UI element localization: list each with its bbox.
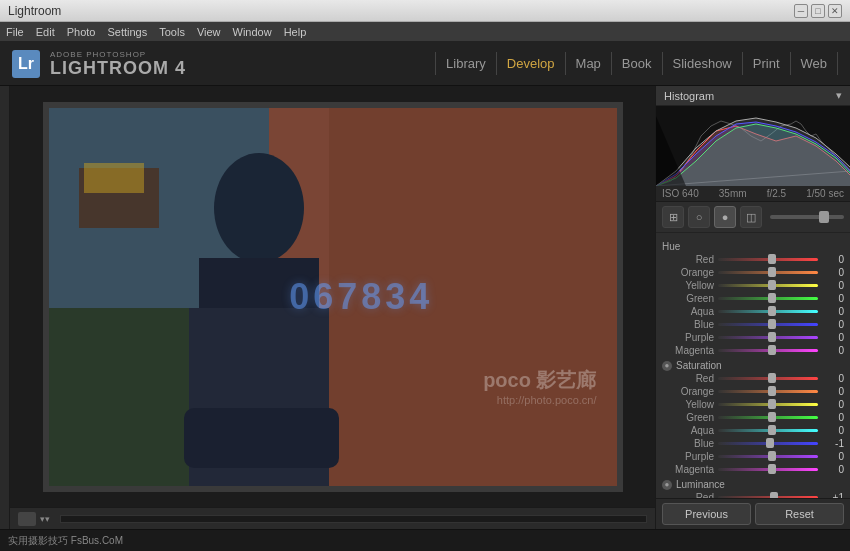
- hue-purple-track[interactable]: [718, 336, 818, 339]
- photo-bottom-bar: ▾▾: [10, 507, 655, 529]
- hue-green-label: Green: [662, 293, 714, 304]
- luminance-label: Luminance: [676, 479, 725, 490]
- hue-magenta-value: 0: [822, 345, 844, 356]
- reset-button[interactable]: Reset: [755, 503, 844, 525]
- module-slideshow[interactable]: Slideshow: [663, 52, 743, 75]
- camera-shutter: 1/50 sec: [806, 188, 844, 199]
- hue-aqua-label: Aqua: [662, 306, 714, 317]
- sat-orange-row: Orange 0: [662, 386, 844, 397]
- camera-aperture: f/2.5: [767, 188, 786, 199]
- main-content: 067834 poco 影艺廊 http://photo.poco.cn/ ▾▾…: [0, 86, 850, 529]
- module-nav: Library Develop Map Book Slideshow Print…: [435, 52, 838, 75]
- module-web[interactable]: Web: [791, 52, 839, 75]
- menu-window[interactable]: Window: [233, 26, 272, 38]
- sat-yellow-value: 0: [822, 399, 844, 410]
- filmstrip-icon[interactable]: [18, 512, 36, 526]
- sat-aqua-row: Aqua 0: [662, 425, 844, 436]
- sat-magenta-track[interactable]: [718, 468, 818, 471]
- hue-sliders: Red 0 Orange 0 Yellow 0 Green 0: [662, 254, 844, 356]
- hue-yellow-track[interactable]: [718, 284, 818, 287]
- saturation-label: Saturation: [676, 360, 722, 371]
- sat-blue-row: Blue -1: [662, 438, 844, 449]
- filmstrip-bar[interactable]: [60, 515, 647, 523]
- hue-red-value: 0: [822, 254, 844, 265]
- sat-blue-label: Blue: [662, 438, 714, 449]
- module-library[interactable]: Library: [435, 52, 497, 75]
- filmstrip-controls: ▾▾: [18, 512, 50, 526]
- bottom-bar: 实用摄影技巧 FsBus.CoM: [0, 529, 850, 551]
- luminance-toggle[interactable]: ●: [662, 480, 672, 490]
- module-develop[interactable]: Develop: [497, 52, 566, 75]
- hue-green-value: 0: [822, 293, 844, 304]
- lr-logo: Lr: [12, 50, 40, 78]
- tool-dot[interactable]: ●: [714, 206, 736, 228]
- hue-green-track[interactable]: [718, 297, 818, 300]
- hue-label: Hue: [662, 241, 680, 252]
- hue-aqua-track[interactable]: [718, 310, 818, 313]
- saturation-toggle[interactable]: ●: [662, 361, 672, 371]
- poco-watermark: poco 影艺廊 http://photo.poco.cn/: [483, 367, 596, 406]
- sat-magenta-label: Magenta: [662, 464, 714, 475]
- histogram-svg: [656, 106, 850, 186]
- sliders-section[interactable]: Hue Red 0 Orange 0 Yellow 0: [656, 233, 850, 498]
- menu-edit[interactable]: Edit: [36, 26, 55, 38]
- top-nav: Lr ADOBE PHOTOSHOP LIGHTROOM 4 Library D…: [0, 42, 850, 86]
- tool-grid[interactable]: ⊞: [662, 206, 684, 228]
- hue-green-row: Green 0: [662, 293, 844, 304]
- sat-green-track[interactable]: [718, 416, 818, 419]
- hue-red-track[interactable]: [718, 258, 818, 261]
- close-button[interactable]: ✕: [828, 4, 842, 18]
- tool-square[interactable]: ◫: [740, 206, 762, 228]
- menu-view[interactable]: View: [197, 26, 221, 38]
- hue-aqua-row: Aqua 0: [662, 306, 844, 317]
- app-title: ADOBE PHOTOSHOP LIGHTROOM 4: [50, 50, 186, 77]
- sat-orange-track[interactable]: [718, 390, 818, 393]
- module-book[interactable]: Book: [612, 52, 663, 75]
- histogram-collapse[interactable]: ▾: [836, 89, 842, 102]
- hue-magenta-row: Magenta 0: [662, 345, 844, 356]
- sat-blue-track[interactable]: [718, 442, 818, 445]
- title-bar: Lightroom ─ □ ✕: [0, 0, 850, 22]
- lum-red-track[interactable]: [718, 496, 818, 498]
- menu-help[interactable]: Help: [284, 26, 307, 38]
- hue-yellow-row: Yellow 0: [662, 280, 844, 291]
- camera-focal: 35mm: [719, 188, 747, 199]
- previous-button[interactable]: Previous: [662, 503, 751, 525]
- sat-yellow-track[interactable]: [718, 403, 818, 406]
- menu-settings[interactable]: Settings: [107, 26, 147, 38]
- hue-purple-row: Purple 0: [662, 332, 844, 343]
- sat-purple-track[interactable]: [718, 455, 818, 458]
- sat-green-value: 0: [822, 412, 844, 423]
- sat-magenta-row: Magenta 0: [662, 464, 844, 475]
- hue-purple-label: Purple: [662, 332, 714, 343]
- module-map[interactable]: Map: [566, 52, 612, 75]
- hue-yellow-value: 0: [822, 280, 844, 291]
- menu-file[interactable]: File: [6, 26, 24, 38]
- hue-blue-label: Blue: [662, 319, 714, 330]
- sat-aqua-track[interactable]: [718, 429, 818, 432]
- module-print[interactable]: Print: [743, 52, 791, 75]
- minimize-button[interactable]: ─: [794, 4, 808, 18]
- hue-blue-value: 0: [822, 319, 844, 330]
- camera-info: ISO 640 35mm f/2.5 1/50 sec: [656, 186, 850, 202]
- hue-yellow-label: Yellow: [662, 280, 714, 291]
- menu-photo[interactable]: Photo: [67, 26, 96, 38]
- hue-orange-track[interactable]: [718, 271, 818, 274]
- menu-tools[interactable]: Tools: [159, 26, 185, 38]
- histogram-area: [656, 106, 850, 186]
- tool-slider[interactable]: [770, 215, 844, 219]
- hue-magenta-track[interactable]: [718, 349, 818, 352]
- hue-aqua-value: 0: [822, 306, 844, 317]
- histogram-title: Histogram: [664, 90, 714, 102]
- maximize-button[interactable]: □: [811, 4, 825, 18]
- photo-container: 067834 poco 影艺廊 http://photo.poco.cn/: [10, 86, 655, 507]
- hue-orange-value: 0: [822, 267, 844, 278]
- tool-circle[interactable]: ○: [688, 206, 710, 228]
- sat-purple-row: Purple 0: [662, 451, 844, 462]
- hue-magenta-label: Magenta: [662, 345, 714, 356]
- saturation-section-label: ● Saturation: [662, 360, 844, 371]
- hue-blue-track[interactable]: [718, 323, 818, 326]
- sat-yellow-row: Yellow 0: [662, 399, 844, 410]
- poco-text: poco 影艺廊: [483, 367, 596, 394]
- sat-red-track[interactable]: [718, 377, 818, 380]
